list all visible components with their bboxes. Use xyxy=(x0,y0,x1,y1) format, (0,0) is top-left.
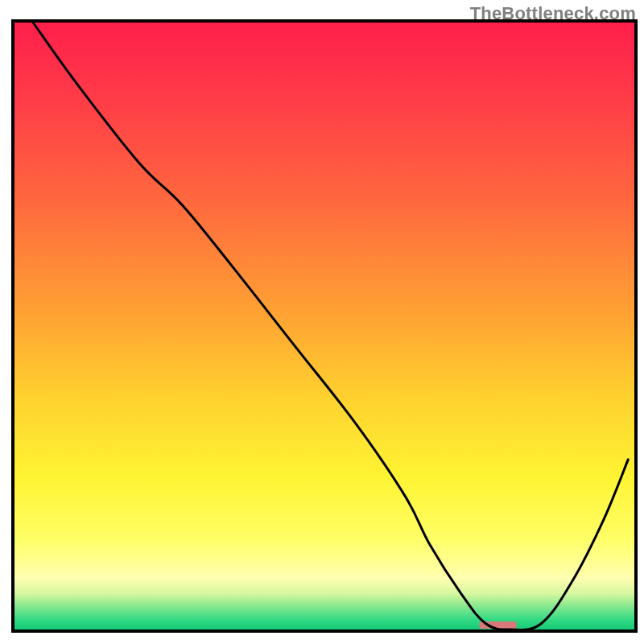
plot-background xyxy=(14,23,634,630)
watermark-text: TheBottleneck.com xyxy=(470,3,636,24)
chart-stage: TheBottleneck.com xyxy=(0,0,644,644)
bottleneck-chart xyxy=(0,0,644,644)
